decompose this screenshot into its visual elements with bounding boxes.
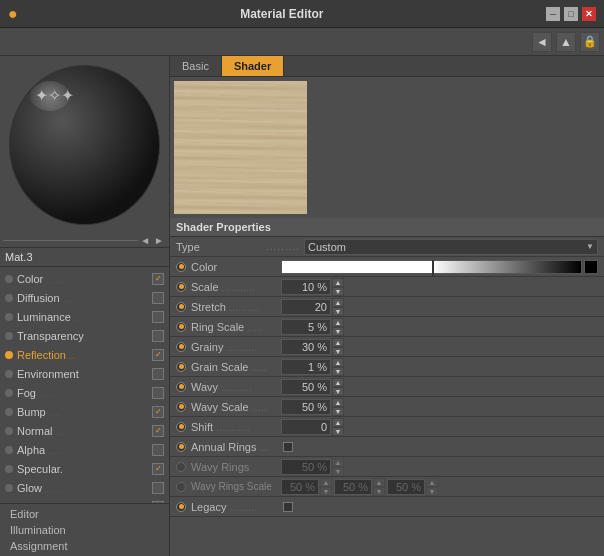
channel-check[interactable]	[152, 482, 164, 494]
color-gradient-bar[interactable]	[281, 260, 582, 274]
wrs-stepper2: ▲ ▼	[373, 478, 385, 496]
ring-scale-down[interactable]: ▼	[332, 327, 344, 336]
close-button[interactable]: ✕	[582, 7, 596, 21]
scale-down[interactable]: ▼	[332, 287, 344, 296]
channel-check[interactable]	[152, 292, 164, 304]
ring-scale-value[interactable]: 5 %	[281, 319, 331, 335]
channel-bump[interactable]: Bump .... ✓	[0, 402, 169, 421]
wavy-rings-scale-v2[interactable]: 50 %	[334, 479, 372, 495]
assignment-item[interactable]: Assignment	[0, 538, 169, 554]
channel-diffusion[interactable]: Diffusion ....	[0, 288, 169, 307]
channel-reflection[interactable]: Reflection .. ✓	[0, 345, 169, 364]
wavy-value[interactable]: 50 %	[281, 379, 331, 395]
grain-scale-down[interactable]: ▼	[332, 367, 344, 376]
channel-alpha[interactable]: Alpha ......	[0, 440, 169, 459]
grain-scale-stepper[interactable]: ▲ ▼	[332, 358, 344, 376]
channel-luminance[interactable]: Luminance ...	[0, 307, 169, 326]
wavy-up[interactable]: ▲	[332, 378, 344, 387]
channel-normal[interactable]: Normal ... ✓	[0, 421, 169, 440]
wavy-scale-up[interactable]: ▲	[332, 398, 344, 407]
prop-scale-row: Scale ........... 10 % ▲ ▼	[170, 277, 604, 297]
wavy-scale-down[interactable]: ▼	[332, 407, 344, 416]
shift-value[interactable]: 0	[281, 419, 331, 435]
grainy-stepper[interactable]: ▲ ▼	[332, 338, 344, 356]
maximize-button[interactable]: □	[564, 7, 578, 21]
ring-scale-label: Ring Scale .....	[191, 321, 281, 333]
legacy-label: Legacy .........	[191, 501, 281, 513]
ring-scale-up[interactable]: ▲	[332, 318, 344, 327]
illumination-item[interactable]: Illumination	[0, 522, 169, 538]
grainy-down[interactable]: ▼	[332, 347, 344, 356]
nav-right[interactable]: ►	[152, 235, 166, 246]
wavy-radio[interactable]	[176, 382, 186, 392]
channel-check[interactable]: ✓	[152, 463, 164, 475]
editor-item[interactable]: Editor	[0, 506, 169, 522]
channel-check[interactable]	[152, 368, 164, 380]
wavy-down[interactable]: ▼	[332, 387, 344, 396]
scale-value[interactable]: 10 %	[281, 279, 331, 295]
channel-check[interactable]: ✓	[152, 425, 164, 437]
type-dropdown[interactable]: Custom ▼	[304, 239, 598, 255]
ring-scale-stepper[interactable]: ▲ ▼	[332, 318, 344, 336]
wavy-rings-value[interactable]: 50 %	[281, 459, 331, 475]
nav-left[interactable]: ◄	[138, 235, 152, 246]
grain-scale-value[interactable]: 1 %	[281, 359, 331, 375]
channel-color[interactable]: Color ....... ✓	[0, 269, 169, 288]
scale-stepper[interactable]: ▲ ▼	[332, 278, 344, 296]
left-arrow-button[interactable]: ◄	[532, 32, 552, 52]
channel-check[interactable]: ✓	[152, 406, 164, 418]
channel-check[interactable]	[152, 330, 164, 342]
channel-check[interactable]	[152, 387, 164, 399]
grainy-value[interactable]: 30 %	[281, 339, 331, 355]
channel-fog[interactable]: Fog .......	[0, 383, 169, 402]
minimize-button[interactable]: ─	[546, 7, 560, 21]
stretch-stepper[interactable]: ▲ ▼	[332, 298, 344, 316]
ring-scale-radio[interactable]	[176, 322, 186, 332]
wavy-scale-radio[interactable]	[176, 402, 186, 412]
legacy-radio[interactable]	[176, 502, 186, 512]
grainy-radio[interactable]	[176, 342, 186, 352]
channel-specular[interactable]: Specular. . ✓	[0, 459, 169, 478]
prop-grainy-row: Grainy .......... 30 % ▲ ▼	[170, 337, 604, 357]
color-end-swatch[interactable]	[584, 260, 598, 274]
scale-radio[interactable]	[176, 282, 186, 292]
shift-stepper[interactable]: ▲ ▼	[332, 418, 344, 436]
lock-button[interactable]: 🔒	[580, 32, 600, 52]
tab-basic[interactable]: Basic	[170, 56, 222, 76]
legacy-checkbox[interactable]	[283, 502, 293, 512]
channel-check[interactable]: ✓	[152, 273, 164, 285]
tab-shader[interactable]: Shader	[222, 56, 284, 76]
stretch-down[interactable]: ▼	[332, 307, 344, 316]
grain-scale-radio[interactable]	[176, 362, 186, 372]
channel-check[interactable]: ✓	[152, 349, 164, 361]
wavy-scale-value[interactable]: 50 %	[281, 399, 331, 415]
channel-check[interactable]	[152, 311, 164, 323]
color-radio[interactable]	[176, 262, 186, 272]
up-arrow-button[interactable]: ▲	[556, 32, 576, 52]
annual-rings-radio[interactable]	[176, 442, 186, 452]
annual-rings-checkbox[interactable]	[283, 442, 293, 452]
wavy-rings-scale-v1[interactable]: 50 %	[281, 479, 319, 495]
wavy-stepper[interactable]: ▲ ▼	[332, 378, 344, 396]
channel-glow[interactable]: Glow .......	[0, 478, 169, 497]
prop-shift-row: Shift ........... 0 ▲ ▼	[170, 417, 604, 437]
wavy-rings-scale-radio[interactable]	[176, 482, 186, 492]
channel-check[interactable]	[152, 444, 164, 456]
wavy-scale-stepper[interactable]: ▲ ▼	[332, 398, 344, 416]
stretch-radio[interactable]	[176, 302, 186, 312]
channel-transparency[interactable]: Transparency	[0, 326, 169, 345]
shift-up[interactable]: ▲	[332, 418, 344, 427]
color-handle[interactable]	[432, 260, 434, 276]
channel-environment[interactable]: Environment	[0, 364, 169, 383]
stretch-value[interactable]: 20	[281, 299, 331, 315]
shift-down[interactable]: ▼	[332, 427, 344, 436]
wavy-rings-down: ▼	[332, 467, 344, 476]
stretch-up[interactable]: ▲	[332, 298, 344, 307]
wavy-rings-scale-v3[interactable]: 50 %	[387, 479, 425, 495]
scale-up[interactable]: ▲	[332, 278, 344, 287]
wavy-rings-radio[interactable]	[176, 462, 186, 472]
grain-scale-up[interactable]: ▲	[332, 358, 344, 367]
wavy-rings-up: ▲	[332, 458, 344, 467]
grainy-up[interactable]: ▲	[332, 338, 344, 347]
shift-radio[interactable]	[176, 422, 186, 432]
